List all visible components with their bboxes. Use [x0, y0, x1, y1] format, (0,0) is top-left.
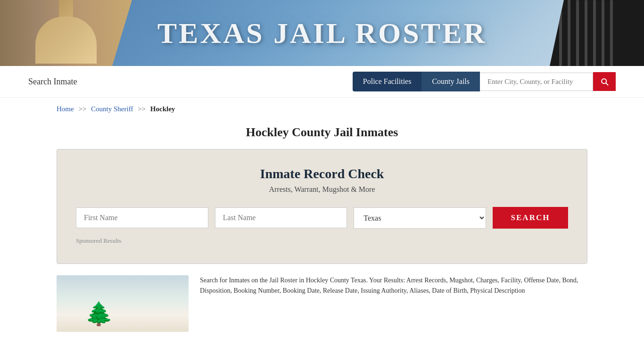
last-name-input[interactable]	[215, 207, 347, 228]
page-description: Search for Inmates on the Jail Roster in…	[200, 275, 587, 296]
search-icon	[600, 77, 609, 86]
inmate-search-button[interactable]: SEARCH	[493, 207, 568, 229]
location-thumbnail: 🌲	[57, 275, 189, 332]
bar-2	[568, 0, 570, 66]
bar-3	[576, 0, 579, 66]
site-title: Texas Jail Roster	[157, 16, 487, 50]
bar-7	[610, 0, 613, 66]
breadcrumb-sep-1: >>	[78, 105, 86, 113]
dome-top	[59, 0, 73, 19]
record-check-title: Inmate Record Check	[76, 166, 568, 181]
record-check-subtitle: Arrests, Warrant, Mugshot & More	[76, 185, 568, 194]
header-banner: Texas Jail Roster	[0, 0, 644, 66]
record-check-box: Inmate Record Check Arrests, Warrant, Mu…	[57, 149, 587, 264]
bar-5	[593, 0, 596, 66]
sponsored-label: Sponsored Results	[76, 237, 568, 245]
page-title: Hockley County Jail Inmates	[0, 125, 644, 140]
nav-bar: Search Inmate Police Facilities County J…	[0, 66, 644, 98]
nav-right: Police Facilities County Jails	[353, 72, 616, 91]
breadcrumb-home[interactable]: Home	[57, 105, 74, 113]
capitol-dome	[28, 2, 104, 64]
jail-bars-decoration	[550, 0, 644, 66]
nav-search-input[interactable]	[480, 73, 593, 91]
banner-left-decoration	[0, 0, 132, 66]
breadcrumb-county-sheriff[interactable]: County Sheriff	[91, 105, 133, 113]
police-facilities-button[interactable]: Police Facilities	[353, 72, 422, 91]
search-inmate-label: Search Inmate	[28, 77, 77, 87]
bar-1	[559, 0, 562, 66]
bar-4	[585, 0, 587, 66]
breadcrumb-current: Hockley	[150, 105, 175, 113]
breadcrumb: Home >> County Sheriff >> Hockley	[0, 98, 644, 121]
state-select[interactable]: AlabamaAlaskaArizonaArkansasCaliforniaCo…	[354, 207, 486, 229]
bar-6	[602, 0, 604, 66]
nav-search-button[interactable]	[593, 72, 616, 91]
search-form: AlabamaAlaskaArizonaArkansasCaliforniaCo…	[76, 207, 568, 229]
county-jails-button[interactable]: County Jails	[421, 72, 480, 91]
tree-icon: 🌲	[85, 301, 113, 327]
breadcrumb-sep-2: >>	[138, 105, 146, 113]
dome-body	[35, 16, 97, 64]
first-name-input[interactable]	[76, 207, 208, 228]
bottom-section: 🌲 Search for Inmates on the Jail Roster …	[0, 264, 644, 343]
page-title-section: Hockley County Jail Inmates	[0, 121, 644, 149]
